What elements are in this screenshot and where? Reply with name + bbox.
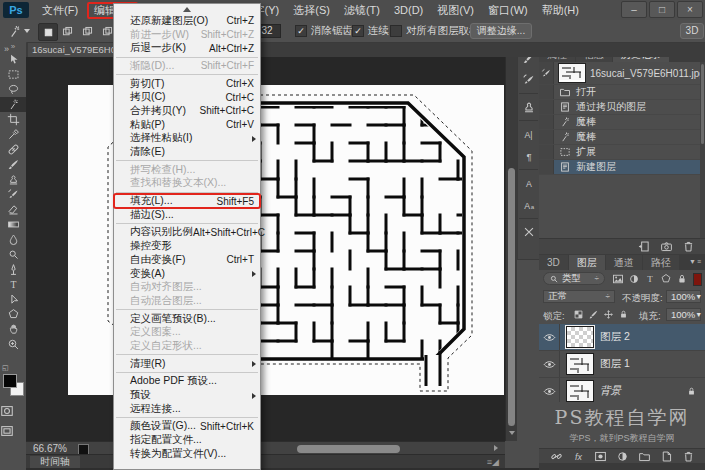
clone-source-panel-icon[interactable]: [518, 96, 539, 118]
lasso-tool[interactable]: [0, 82, 26, 97]
layer-visibility-toggle[interactable]: [539, 378, 560, 404]
magic-wand-preset-icon[interactable]: [5, 23, 23, 39]
type-tool[interactable]: T: [0, 277, 26, 292]
screen-mode-icon[interactable]: [0, 424, 26, 438]
subtract-from-selection-icon[interactable]: [78, 23, 96, 39]
brush-panel-icon[interactable]: [518, 69, 539, 91]
edit-menu-item-Adobe PDF 预设[interactable]: Adobe PDF 预设...: [114, 375, 260, 389]
set-source-well[interactable]: [539, 145, 554, 159]
clone-stamp-tool[interactable]: [0, 172, 26, 187]
refine-edge-button[interactable]: 调整边缘...: [470, 23, 532, 39]
new-document-from-state-icon[interactable]: [638, 240, 651, 253]
edit-menu-item-还原新建图层[interactable]: 还原新建图层(O)Ctrl+Z: [114, 14, 260, 28]
panel-grip-icon[interactable]: ≡◢: [487, 457, 499, 467]
delete-layer-icon[interactable]: [682, 450, 695, 463]
3d-mode-button[interactable]: 3D: [680, 23, 704, 39]
edit-menu-item-预设[interactable]: 预设: [114, 388, 260, 402]
path-selection-tool[interactable]: [0, 292, 26, 307]
adjustment-layer-icon[interactable]: [616, 450, 629, 463]
edit-menu-item-定义画笔预设[interactable]: 定义画笔预设(B)...: [114, 312, 260, 326]
new-layer-icon[interactable]: [660, 450, 673, 463]
set-source-well[interactable]: [539, 160, 554, 174]
tab-3D[interactable]: 3D: [539, 255, 568, 270]
zoom-level[interactable]: 66.67%: [33, 443, 67, 454]
layer-row-图层 2[interactable]: 图层 2: [539, 324, 705, 351]
vertical-scrollbar-thumb[interactable]: [508, 168, 515, 426]
history-state-打开[interactable]: 打开: [539, 85, 700, 100]
tab-通道[interactable]: 通道: [606, 255, 642, 270]
filter-smart-objects-icon[interactable]: [675, 272, 689, 286]
edit-menu-item-内容识别比例[interactable]: 内容识别比例Alt+Shift+Ctrl+C: [114, 226, 260, 240]
pen-tool[interactable]: [0, 262, 26, 277]
layer-effects-icon[interactable]: fx: [572, 450, 585, 463]
move-tool[interactable]: [0, 52, 26, 67]
layer-thumbnail[interactable]: [566, 380, 594, 402]
delete-state-icon[interactable]: [682, 240, 695, 253]
history-brush-source-icon[interactable]: [539, 62, 554, 84]
set-source-well[interactable]: [539, 115, 554, 129]
history-brush-tool[interactable]: [0, 187, 26, 202]
menu-scroll-up-icon[interactable]: [114, 5, 260, 14]
opacity-dropdown[interactable]: 100%▼: [666, 290, 701, 303]
menubar-item-滤镜[interactable]: 滤镜(T): [337, 0, 387, 20]
menubar-item-窗口[interactable]: 窗口(W): [481, 0, 535, 20]
edit-menu-item-选择性粘贴[interactable]: 选择性粘贴(I): [114, 132, 260, 146]
foreground-color-swatch[interactable]: [3, 374, 17, 388]
blend-mode-dropdown[interactable]: 正常÷: [543, 290, 615, 303]
edit-menu-item-转换为配置文件[interactable]: 转换为配置文件(V)...: [114, 447, 260, 461]
healing-brush-tool[interactable]: [0, 142, 26, 157]
checkbox-对所有图层取样[interactable]: 对所有图层取样: [390, 24, 480, 38]
set-source-well[interactable]: [539, 100, 554, 114]
hand-tool[interactable]: [0, 322, 26, 337]
lock-position-icon[interactable]: [602, 308, 615, 321]
edit-menu-item-清除[interactable]: 清除(E): [114, 145, 260, 159]
quick-mask-icon[interactable]: [0, 404, 26, 418]
vertical-scrollbar[interactable]: [505, 57, 517, 441]
magic-wand-tool[interactable]: [0, 97, 26, 112]
menubar-item-帮助[interactable]: 帮助(H): [535, 0, 586, 20]
lock-transparent-pixels-icon[interactable]: [572, 308, 585, 321]
edit-menu-item-指定配置文件[interactable]: 指定配置文件...: [114, 433, 260, 447]
scroll-right-arrow-icon[interactable]: [494, 445, 498, 451]
checkbox-连续[interactable]: ✓连续: [352, 24, 389, 38]
new-selection-icon[interactable]: [38, 23, 58, 41]
filter-shape-layers-icon[interactable]: [659, 272, 673, 286]
blur-tool[interactable]: [0, 232, 26, 247]
kind-filter-dropdown[interactable]: 类型 ÷: [543, 272, 605, 285]
history-state-魔棒[interactable]: 魔棒: [539, 115, 700, 130]
character-styles-panel-icon[interactable]: A: [518, 172, 539, 194]
filter-type-layers-icon[interactable]: T: [643, 272, 657, 286]
menubar-item-文件[interactable]: 文件(F): [35, 0, 85, 20]
tab-overflow-icon[interactable]: »: [4, 44, 9, 54]
minimize-button[interactable]: –: [621, 1, 647, 18]
fill-dropdown[interactable]: 100%▼: [666, 308, 701, 321]
edit-menu-item-变换[interactable]: 变换(A): [114, 267, 260, 281]
layer-visibility-toggle[interactable]: [539, 351, 560, 377]
edit-menu-item-剪切[interactable]: 剪切(T)Ctrl+X: [114, 77, 260, 91]
layer-group-icon[interactable]: [638, 450, 651, 463]
horizontal-scrollbar-thumb[interactable]: [297, 445, 400, 453]
edit-menu-item-合并拷贝[interactable]: 合并拷贝(Y)Shift+Ctrl+C: [114, 104, 260, 118]
brush-tool[interactable]: [0, 157, 26, 172]
edit-menu-item-远程连接[interactable]: 远程连接...: [114, 402, 260, 416]
tab-路径[interactable]: 路径: [643, 255, 679, 270]
add-layer-mask-icon[interactable]: [594, 450, 607, 463]
scroll-down-arrow-icon[interactable]: [509, 431, 515, 435]
paragraph-panel-icon[interactable]: ¶: [518, 145, 539, 167]
history-state-通过拷贝的图层[interactable]: 通过拷贝的图层: [539, 100, 700, 115]
layer-row-图层 1[interactable]: 图层 1: [539, 351, 705, 378]
tool-presets-panel-icon[interactable]: [518, 221, 539, 243]
edit-menu-item-清理[interactable]: 清理(R): [114, 357, 260, 371]
edit-menu-item-描边[interactable]: 描边(S)...: [114, 208, 260, 222]
paragraph-styles-panel-icon[interactable]: Aa: [518, 194, 539, 216]
menubar-item-3D[interactable]: 3D(D): [387, 0, 430, 20]
history-state-新建图层[interactable]: 新建图层: [539, 160, 700, 175]
layer-thumbnail[interactable]: [566, 353, 594, 375]
menubar-item-选择[interactable]: 选择(S): [286, 0, 337, 20]
close-button[interactable]: ×: [677, 1, 703, 18]
checkbox-消除锯齿[interactable]: ✓消除锯齿: [295, 24, 353, 38]
character-panel-icon[interactable]: A|: [518, 123, 539, 145]
gradient-tool[interactable]: [0, 217, 26, 232]
layer-row-背景[interactable]: 背景: [539, 378, 705, 405]
menubar-item-视图[interactable]: 视图(V): [430, 0, 481, 20]
